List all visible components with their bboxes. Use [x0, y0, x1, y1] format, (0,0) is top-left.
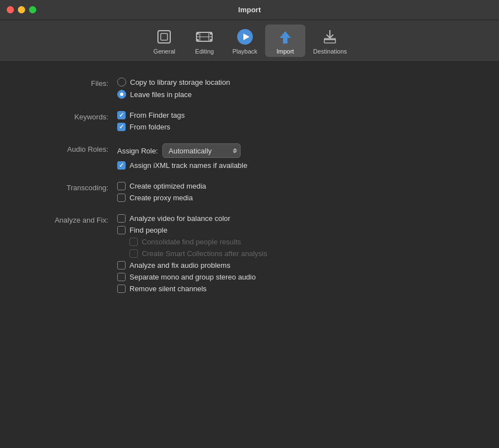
- assign-role-row: Assign Role: Automatically Dialogue Musi…: [117, 143, 247, 158]
- audio-role-dropdown[interactable]: Automatically Dialogue Music Effects: [162, 143, 241, 158]
- toolbar-item-import[interactable]: Import: [265, 25, 305, 57]
- checkbox-analyze-video[interactable]: [117, 214, 126, 223]
- checkbox-row-from-folders[interactable]: From folders: [117, 123, 185, 131]
- audio-roles-section: Audio Roles: Assign Role: Automatically …: [22, 143, 477, 170]
- toolbar: General Editing Playback: [0, 20, 499, 62]
- svg-rect-3: [196, 32, 199, 35]
- radio-leave[interactable]: [117, 90, 126, 99]
- checkbox-optimized-label: Create optimized media: [129, 182, 206, 190]
- radio-row-copy[interactable]: Copy to library storage location: [117, 78, 230, 86]
- editing-icon: [194, 27, 214, 47]
- checkbox-from-folders[interactable]: [117, 123, 126, 131]
- checkbox-analyze-video-label: Analyze video for balance color: [129, 214, 231, 223]
- playback-label: Playback: [232, 48, 257, 55]
- transcoding-options: Create optimized media Create proxy medi…: [117, 182, 206, 202]
- transcoding-section: Transcoding: Create optimized media Crea…: [22, 182, 477, 202]
- svg-rect-0: [158, 31, 170, 43]
- checkbox-audio-problems[interactable]: [117, 261, 126, 269]
- svg-rect-1: [161, 33, 167, 40]
- checkbox-row-find-people[interactable]: Find people: [117, 226, 267, 234]
- import-label: Import: [276, 48, 294, 55]
- checkbox-smart-collections-label: Create Smart Collections after analysis: [142, 249, 267, 258]
- audio-roles-label: Audio Roles:: [22, 143, 117, 155]
- checkbox-row-audio-problems[interactable]: Analyze and fix audio problems: [117, 261, 267, 269]
- svg-rect-4: [210, 32, 212, 35]
- checkbox-finder-tags-label: From Finder tags: [129, 111, 185, 119]
- analyze-fix-options: Analyze video for balance color Find peo…: [117, 214, 267, 293]
- files-label: Files:: [22, 78, 117, 89]
- checkbox-row-proxy[interactable]: Create proxy media: [117, 194, 206, 202]
- general-label: General: [153, 48, 175, 55]
- checkbox-proxy-label: Create proxy media: [129, 194, 193, 202]
- checkbox-row-consolidate: Consolidate find people results: [129, 238, 267, 246]
- maximize-button[interactable]: [29, 6, 36, 13]
- checkbox-row-separate-mono[interactable]: Separate mono and group stereo audio: [117, 273, 267, 281]
- destinations-icon: [320, 27, 340, 47]
- checkbox-consolidate: [129, 238, 138, 246]
- svg-rect-14: [324, 40, 335, 43]
- title-bar: Import: [0, 0, 499, 20]
- checkbox-separate-mono-label: Separate mono and group stereo audio: [129, 273, 256, 281]
- checkbox-finder-tags[interactable]: [117, 111, 126, 119]
- analyze-fix-label: Analyze and Fix:: [22, 214, 117, 226]
- import-icon: [275, 27, 295, 47]
- keywords-options: From Finder tags From folders: [117, 111, 185, 131]
- radio-copy-label: Copy to library storage location: [130, 78, 230, 86]
- checkbox-row-smart-collections: Create Smart Collections after analysis: [129, 249, 267, 258]
- checkbox-audio-problems-label: Analyze and fix audio problems: [129, 261, 231, 269]
- minimize-button[interactable]: [18, 6, 25, 13]
- toolbar-item-general[interactable]: General: [144, 25, 184, 57]
- files-section: Files: Copy to library storage location …: [22, 78, 477, 99]
- destinations-label: Destinations: [313, 48, 347, 55]
- checkbox-proxy[interactable]: [117, 194, 126, 202]
- keywords-label: Keywords:: [22, 111, 117, 123]
- svg-rect-6: [210, 39, 212, 41]
- audio-roles-content: Assign Role: Automatically Dialogue Musi…: [117, 143, 247, 170]
- files-options: Copy to library storage location Leave f…: [117, 78, 230, 99]
- toolbar-item-destinations[interactable]: Destinations: [305, 25, 355, 57]
- radio-copy[interactable]: [117, 78, 126, 86]
- checkbox-smart-collections: [129, 249, 138, 258]
- window-title: Import: [238, 6, 261, 14]
- checkbox-row-finder-tags[interactable]: From Finder tags: [117, 111, 185, 119]
- checkbox-optimized[interactable]: [117, 182, 126, 190]
- general-icon: [154, 27, 174, 47]
- assign-role-label: Assign Role:: [117, 147, 158, 155]
- close-button[interactable]: [7, 6, 14, 13]
- checkbox-from-folders-label: From folders: [129, 123, 170, 131]
- checkbox-remove-silent[interactable]: [117, 285, 126, 293]
- radio-leave-label: Leave files in place: [130, 90, 192, 99]
- editing-label: Editing: [195, 48, 214, 55]
- svg-marker-12: [280, 31, 291, 44]
- toolbar-item-editing[interactable]: Editing: [184, 25, 224, 57]
- dropdown-wrap: Automatically Dialogue Music Effects: [162, 143, 241, 158]
- checkbox-row-optimized[interactable]: Create optimized media: [117, 182, 206, 190]
- keywords-section: Keywords: From Finder tags From folders: [22, 111, 477, 131]
- checkbox-find-people-label: Find people: [129, 226, 167, 234]
- window-controls: [7, 6, 36, 13]
- content-area: Files: Copy to library storage location …: [0, 62, 499, 448]
- radio-row-leave[interactable]: Leave files in place: [117, 90, 230, 99]
- svg-rect-5: [196, 39, 199, 41]
- toolbar-item-playback[interactable]: Playback: [224, 25, 265, 57]
- checkbox-separate-mono[interactable]: [117, 273, 126, 281]
- checkbox-row-analyze-video[interactable]: Analyze video for balance color: [117, 214, 267, 223]
- transcoding-label: Transcoding:: [22, 182, 117, 194]
- checkbox-row-remove-silent[interactable]: Remove silent channels: [117, 285, 267, 293]
- checkbox-find-people[interactable]: [117, 226, 126, 234]
- checkbox-ixml[interactable]: [117, 161, 126, 170]
- checkbox-consolidate-label: Consolidate find people results: [142, 238, 241, 246]
- checkbox-remove-silent-label: Remove silent channels: [129, 285, 207, 293]
- playback-icon: [235, 27, 255, 47]
- checkbox-row-ixml[interactable]: Assign iXML track names if available: [117, 161, 247, 170]
- analyze-fix-section: Analyze and Fix: Analyze video for balan…: [22, 214, 477, 293]
- checkbox-ixml-label: Assign iXML track names if available: [129, 161, 247, 170]
